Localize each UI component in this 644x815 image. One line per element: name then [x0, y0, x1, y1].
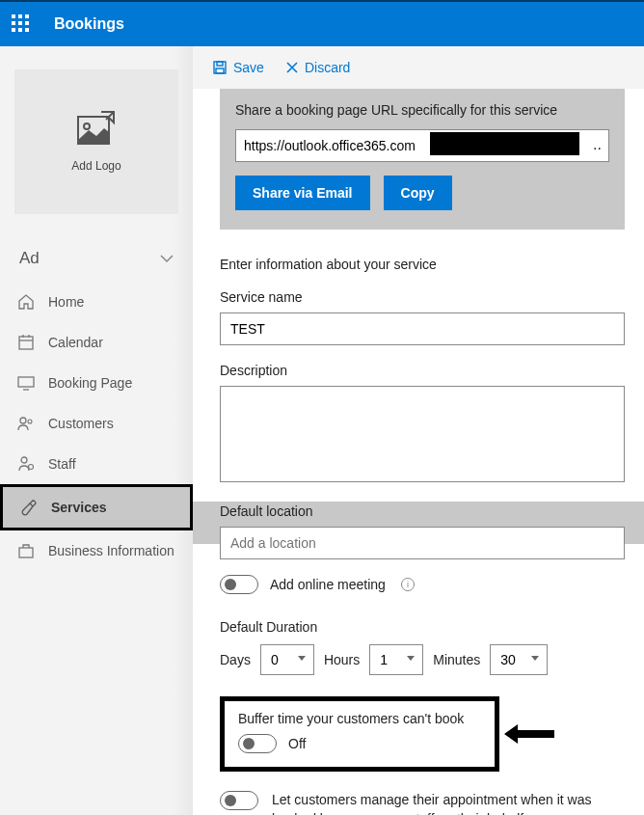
buffer-label: Buffer time your customers can't book [238, 711, 481, 726]
briefcase-icon [17, 542, 35, 559]
buffer-state: Off [288, 736, 306, 751]
app-launcher-icon[interactable] [12, 14, 31, 34]
description-label: Description [220, 363, 625, 378]
nav-label: Calendar [48, 335, 103, 350]
svg-point-11 [29, 465, 34, 470]
share-box: Share a booking page URL specifically fo… [220, 89, 625, 230]
svg-rect-2 [19, 337, 33, 349]
svg-point-10 [21, 457, 27, 463]
add-logo-label: Add Logo [71, 159, 121, 173]
location-label: Default location [220, 503, 625, 519]
nav-label: Customers [48, 416, 114, 431]
redacted-box [430, 132, 579, 155]
nav-label: Booking Page [48, 375, 132, 391]
nav-business-info[interactable]: Business Information [0, 530, 193, 571]
service-name-input[interactable] [220, 312, 625, 345]
content-panel: Save Discard Share a booking page URL sp… [193, 46, 644, 815]
copy-button[interactable]: Copy [384, 176, 452, 210]
buffer-highlight-box: Buffer time your customers can't book Of… [220, 696, 499, 772]
share-label: Share a booking page URL specifically fo… [235, 102, 609, 118]
manage-text: Let customers manage their appointment w… [272, 791, 625, 815]
people-icon [17, 415, 35, 432]
svg-rect-15 [216, 68, 224, 73]
home-icon [17, 293, 35, 311]
save-button[interactable]: Save [212, 60, 264, 75]
monitor-icon [17, 374, 35, 392]
minutes-select[interactable]: 30 [490, 644, 548, 675]
svg-rect-14 [217, 62, 223, 66]
nav-label: Business Information [48, 543, 174, 558]
arrow-annotation-icon [502, 722, 556, 746]
section-intro: Enter information about your service [220, 257, 625, 272]
description-input[interactable] [220, 386, 625, 482]
svg-point-1 [84, 123, 90, 129]
person-icon [17, 455, 35, 473]
svg-rect-6 [18, 377, 34, 387]
nav-label: Staff [48, 456, 76, 472]
sidebar: Add Logo Ad Home Calendar Booking Page [0, 46, 193, 815]
top-bar: Bookings [0, 0, 644, 46]
wrench-icon [20, 499, 38, 516]
svg-point-8 [20, 418, 26, 423]
collapse-label: Ad [19, 249, 40, 268]
nav-customers[interactable]: Customers [0, 403, 193, 444]
nav-list: Home Calendar Booking Page Customers Sta… [0, 282, 193, 571]
add-logo-box[interactable]: Add Logo [14, 69, 178, 214]
calendar-icon [17, 334, 35, 351]
online-meeting-toggle[interactable] [220, 575, 258, 594]
nav-staff[interactable]: Staff [0, 444, 193, 484]
app-title: Bookings [54, 15, 124, 33]
days-select[interactable]: 0 [260, 644, 314, 675]
info-icon[interactable]: i [401, 578, 415, 591]
business-collapse[interactable]: Ad [0, 241, 193, 282]
nav-calendar[interactable]: Calendar [0, 322, 193, 363]
image-icon [77, 111, 116, 146]
svg-point-9 [28, 420, 32, 423]
discard-button[interactable]: Discard [285, 60, 350, 75]
share-email-button[interactable]: Share via Email [235, 176, 370, 210]
service-name-label: Service name [220, 289, 625, 305]
online-meeting-label: Add online meeting [270, 577, 386, 592]
hours-label: Hours [324, 652, 360, 667]
nav-label: Home [48, 294, 84, 310]
duration-label: Default Duration [220, 619, 625, 635]
nav-services[interactable]: Services [0, 484, 193, 530]
nav-label: Services [51, 500, 107, 515]
hours-select[interactable]: 1 [369, 644, 423, 675]
close-icon [285, 61, 299, 74]
manage-toggle[interactable] [220, 791, 258, 810]
minutes-label: Minutes [433, 652, 480, 667]
days-label: Days [220, 652, 251, 667]
save-icon [212, 60, 228, 75]
nav-home[interactable]: Home [0, 282, 193, 322]
buffer-toggle[interactable] [238, 734, 277, 753]
nav-booking-page[interactable]: Booking Page [0, 363, 193, 403]
svg-rect-12 [19, 548, 33, 557]
chevron-down-icon [160, 251, 174, 266]
action-bar: Save Discard [193, 46, 644, 89]
location-input[interactable] [220, 527, 625, 559]
